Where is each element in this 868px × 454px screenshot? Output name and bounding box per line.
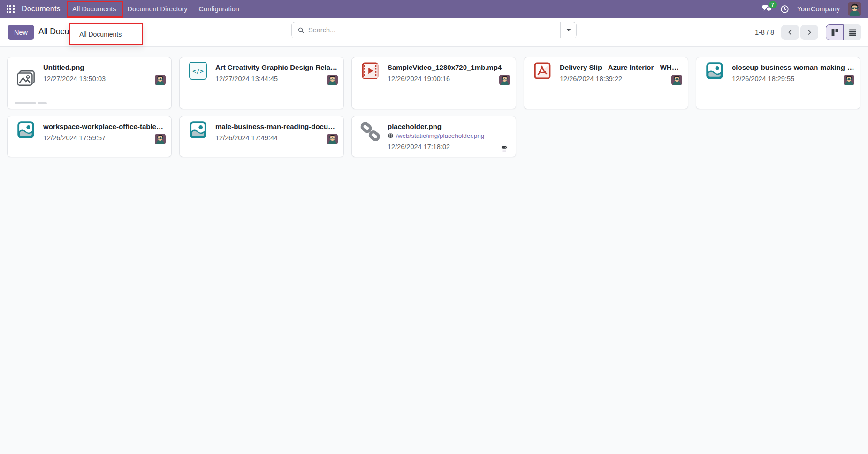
menu-all-documents[interactable]: All Documents bbox=[67, 0, 122, 18]
document-card[interactable]: male-business-man-reading-docu…12/26/202… bbox=[179, 116, 344, 157]
list-view-button[interactable] bbox=[844, 24, 861, 40]
document-card[interactable]: closeup-business-woman-making-…12/26/202… bbox=[696, 57, 860, 109]
document-card[interactable]: Delivery Slip - Azure Interior - WH…12/2… bbox=[524, 57, 688, 109]
search-options-toggle[interactable] bbox=[560, 22, 576, 38]
pager-previous-button[interactable] bbox=[781, 25, 799, 40]
search-icon bbox=[297, 27, 305, 34]
documents-kanban-grid: Untitled.png12/27/2024 13:50:03 </>Art C… bbox=[0, 47, 868, 167]
image-icon bbox=[15, 121, 37, 144]
pager-next-button[interactable] bbox=[800, 25, 818, 40]
chevron-left-icon bbox=[787, 29, 793, 36]
messages-count-badge: 7 bbox=[769, 1, 777, 8]
search-input[interactable] bbox=[307, 26, 560, 34]
new-button[interactable]: New bbox=[8, 25, 34, 40]
chevron-down-icon bbox=[566, 29, 571, 31]
menu-document-directory[interactable]: Document Directory bbox=[122, 0, 193, 18]
user-avatar[interactable] bbox=[848, 2, 861, 16]
document-date: 12/26/2024 19:00:16 bbox=[388, 75, 450, 83]
app-menu: All Documents Document Directory Configu… bbox=[67, 0, 245, 18]
owner-avatar-user bbox=[327, 75, 338, 85]
apps-menu-icon[interactable] bbox=[0, 0, 21, 18]
owner-avatar-bot bbox=[498, 142, 510, 153]
activities-clock-icon[interactable] bbox=[780, 5, 789, 14]
document-card[interactable]: workspace-workplace-office-table…12/26/2… bbox=[7, 116, 172, 157]
chevron-right-icon bbox=[806, 29, 813, 36]
document-date: 12/26/2024 18:39:22 bbox=[560, 75, 622, 83]
dropdown-item-all-documents[interactable]: All Documents bbox=[70, 30, 142, 38]
document-date: 12/27/2024 13:50:03 bbox=[43, 75, 106, 83]
owner-avatar-user bbox=[155, 134, 166, 144]
video-icon bbox=[359, 62, 381, 84]
kanban-icon bbox=[831, 29, 839, 37]
pdf-icon bbox=[531, 62, 554, 84]
control-panel: New All Documents All Documents 1-8 / 8 bbox=[0, 18, 868, 47]
document-date: 12/26/2024 17:18:02 bbox=[388, 143, 450, 151]
all-documents-dropdown: All Documents bbox=[69, 23, 143, 45]
messages-icon[interactable]: 7 bbox=[761, 4, 772, 14]
document-card[interactable]: Untitled.png12/27/2024 13:50:03 bbox=[7, 57, 172, 109]
owner-avatar-user bbox=[671, 75, 682, 85]
pager-range: 1-8 / 8 bbox=[755, 29, 774, 36]
search-bar bbox=[291, 22, 577, 38]
top-navbar: Documents All Documents Document Directo… bbox=[0, 0, 868, 18]
owner-avatar-user bbox=[844, 75, 854, 85]
document-card[interactable]: SampleVideo_1280x720_1mb.mp412/26/2024 1… bbox=[351, 57, 516, 109]
image-icon bbox=[703, 62, 726, 84]
kanban-view-button[interactable] bbox=[826, 24, 844, 40]
view-switcher bbox=[826, 24, 861, 40]
document-date: 12/27/2024 13:44:45 bbox=[215, 75, 278, 83]
company-name[interactable]: YourCompany bbox=[797, 5, 840, 13]
document-date: 12/26/2024 18:29:55 bbox=[732, 75, 794, 83]
image-preview-icon bbox=[15, 68, 37, 91]
document-date: 12/26/2024 17:49:44 bbox=[215, 134, 278, 142]
globe-icon bbox=[388, 133, 394, 139]
document-url-row: /web/static/img/placeholder.png bbox=[388, 132, 484, 139]
list-icon bbox=[849, 29, 857, 37]
document-card[interactable]: placeholder.png /web/static/img/placehol… bbox=[351, 116, 516, 157]
owner-avatar-user bbox=[327, 134, 338, 144]
image-icon bbox=[187, 121, 209, 144]
document-date: 12/26/2024 17:59:57 bbox=[43, 134, 106, 142]
owner-avatar-user bbox=[155, 75, 166, 85]
thumbnail-caption bbox=[15, 102, 47, 104]
document-link[interactable]: /web/static/img/placeholder.png bbox=[396, 132, 484, 139]
code-icon: </> bbox=[187, 62, 209, 84]
document-card[interactable]: </>Art Creativity Graphic Design Rela…12… bbox=[179, 57, 344, 109]
app-title: Documents bbox=[22, 5, 61, 13]
menu-configuration[interactable]: Configuration bbox=[193, 0, 245, 18]
link-icon bbox=[359, 121, 381, 144]
owner-avatar-user bbox=[499, 75, 510, 85]
